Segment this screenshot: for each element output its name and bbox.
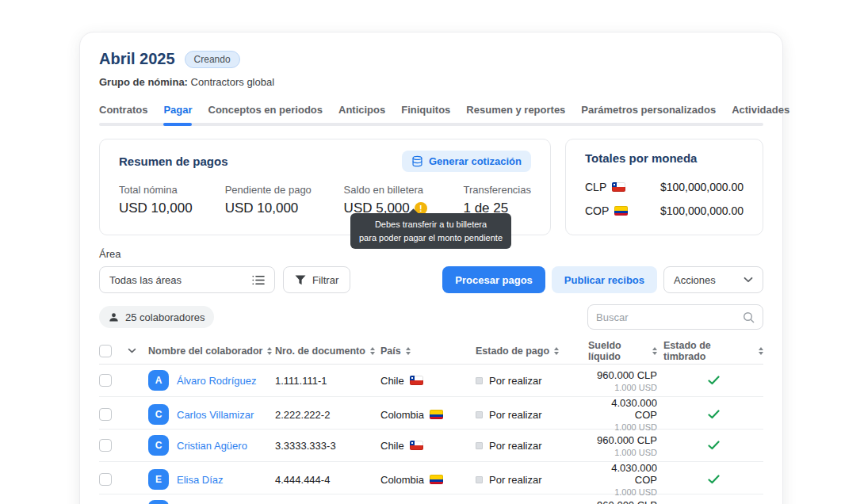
person-icon bbox=[109, 312, 119, 323]
country-cell: Colombia bbox=[380, 474, 476, 486]
net-salary-usd: 1.000 USD bbox=[588, 448, 657, 457]
tooltip-line-1: Debes transferir a tu billetera bbox=[359, 218, 503, 231]
currency-row-cop: COP$100,000,000.00 bbox=[585, 199, 744, 223]
payroll-group-label: Grupo de nómina: bbox=[99, 76, 188, 88]
col-header-pais[interactable]: País bbox=[380, 346, 476, 357]
sort-icon bbox=[406, 347, 411, 355]
flag-cl-icon bbox=[612, 182, 625, 192]
currency-row-clp: CLP$100,000,000.00 bbox=[585, 175, 744, 199]
payment-status: Por realizar bbox=[476, 375, 588, 387]
col-header-sueldo-liquido[interactable]: Sueldo líquido bbox=[588, 340, 663, 362]
collaborators-chip[interactable]: 25 colaboradores bbox=[99, 306, 214, 328]
col-header-nro-de-documento[interactable]: Nro. de documento bbox=[275, 346, 380, 357]
table-row: EElisa Díaz4.444.444-4ColombiaPor realiz… bbox=[99, 462, 763, 494]
col-header-estado-de-timbrado[interactable]: Estado de timbrado bbox=[663, 340, 763, 362]
table-header: Nombre del colaboradorNro. de documentoP… bbox=[99, 338, 763, 365]
bulk-actions: Procesar pagos Publicar recibos Acciones bbox=[442, 266, 763, 293]
row-checkbox[interactable] bbox=[99, 374, 112, 387]
net-salary-local: 960.000 CLP bbox=[588, 499, 657, 504]
tab-pagar[interactable]: Pagar bbox=[163, 104, 192, 116]
net-salary-usd: 1.000 USD bbox=[588, 487, 657, 497]
app-viewport: Abril 2025 Creando Grupo de nómina: Cont… bbox=[0, 0, 864, 504]
tab-finiquitos[interactable]: Finiquitos bbox=[401, 104, 450, 116]
avatar: F bbox=[148, 500, 169, 504]
payroll-group-subtitle: Grupo de nómina: Contractors global bbox=[99, 76, 763, 88]
row-checkbox[interactable] bbox=[99, 408, 112, 421]
filter-button-label: Filtrar bbox=[312, 274, 338, 286]
col-header-label: Estado de timbrado bbox=[663, 340, 754, 362]
stat-value: USD 10,000 bbox=[119, 200, 225, 216]
actions-select[interactable]: Acciones bbox=[663, 266, 763, 293]
net-salary-local: 960.000 CLP bbox=[588, 434, 657, 446]
publish-receipts-button[interactable]: Publicar recibos bbox=[552, 266, 657, 293]
currency-amount: $100,000,000.00 bbox=[660, 181, 744, 193]
stat-pendiente-de-pago: Pendiente de pagoUSD 10,000 bbox=[225, 184, 344, 216]
tab-conceptos-en-periodos[interactable]: Conceptos en periodos bbox=[208, 104, 323, 116]
area-select[interactable]: Todas las áreas bbox=[99, 266, 275, 293]
country-cell: Chile bbox=[380, 375, 476, 387]
filter-button[interactable]: Filtrar bbox=[283, 266, 350, 293]
collaborator-name-link[interactable]: Álvaro Rodríguez bbox=[177, 375, 256, 387]
search-input[interactable] bbox=[596, 311, 743, 323]
tab-parametros-personalizados[interactable]: Parámetros personalizados bbox=[581, 104, 716, 116]
payroll-group-value: Contractors global bbox=[191, 76, 275, 88]
net-salary: 4.030.000 COP1.000 USD bbox=[588, 462, 663, 497]
collaborator-name-link[interactable]: Carlos Villamizar bbox=[177, 409, 254, 421]
coins-icon bbox=[411, 155, 423, 167]
net-salary: 960.000 CLP1.000 USD bbox=[588, 499, 663, 504]
currency-totals-card: Totales por moneda CLP$100,000,000.00COP… bbox=[565, 139, 763, 235]
collaborator-name-link[interactable]: Elisa Díaz bbox=[177, 474, 224, 486]
expand-chevron-icon[interactable] bbox=[128, 348, 136, 353]
document-number: 3.3333.333-3 bbox=[275, 440, 380, 452]
actions-select-label: Acciones bbox=[674, 274, 716, 286]
stat-label: Saldo en billetera bbox=[344, 184, 464, 196]
tab-actividades[interactable]: Actividades bbox=[732, 104, 789, 116]
tab-active-indicator bbox=[163, 123, 192, 126]
summary-stats: Total nóminaUSD 10,000Pendiente de pagoU… bbox=[119, 184, 531, 216]
payment-summary-title: Resumen de pagos bbox=[119, 155, 228, 168]
payment-status: Por realizar bbox=[476, 474, 588, 486]
col-header-label: País bbox=[380, 346, 401, 357]
area-label: Área bbox=[99, 248, 763, 260]
process-payments-button[interactable]: Procesar pagos bbox=[442, 266, 545, 293]
tab-contratos[interactable]: Contratos bbox=[99, 104, 147, 116]
net-salary-usd: 1.000 USD bbox=[588, 422, 657, 432]
check-icon bbox=[708, 410, 720, 419]
payment-status: Por realizar bbox=[476, 409, 588, 421]
generate-quote-button[interactable]: Generar cotización bbox=[402, 151, 531, 172]
stat-value: USD 10,000 bbox=[225, 200, 344, 216]
select-all-checkbox[interactable] bbox=[99, 345, 112, 357]
col-header-label: Estado de pago bbox=[476, 346, 549, 357]
status-square-icon bbox=[476, 476, 483, 483]
sort-icon bbox=[370, 347, 375, 355]
sort-icon bbox=[652, 347, 657, 355]
country-cell: Colombia bbox=[380, 409, 476, 421]
row-checkbox[interactable] bbox=[99, 439, 112, 452]
col-header-estado-de-pago[interactable]: Estado de pago bbox=[476, 346, 588, 357]
stamp-status bbox=[663, 376, 763, 385]
net-salary-local: 960.000 CLP bbox=[588, 369, 657, 381]
table-toolbar: 25 colaboradores bbox=[99, 304, 763, 330]
status-square-icon bbox=[476, 377, 483, 384]
status-square-icon bbox=[476, 411, 483, 418]
tab-anticipos[interactable]: Anticipos bbox=[338, 104, 385, 116]
col-header-label: Nombre del colaborador bbox=[148, 346, 262, 357]
table-row: FFelipe López5.555.555-5ChilePor realiza… bbox=[99, 494, 763, 504]
stat-total-nomina: Total nóminaUSD 10,000 bbox=[119, 184, 225, 216]
stat-label: Pendiente de pago bbox=[225, 184, 344, 196]
tab-resumen-y-reportes[interactable]: Resumen y reportes bbox=[466, 104, 565, 116]
stat-label: Transferencias bbox=[463, 184, 531, 196]
area-select-value: Todas las áreas bbox=[109, 274, 182, 286]
col-header-nombre-del-colaborador[interactable]: Nombre del colaborador bbox=[148, 346, 275, 357]
search-icon bbox=[743, 311, 755, 323]
avatar: A bbox=[148, 370, 169, 391]
status-square-icon bbox=[476, 442, 483, 449]
document-number: 1.111.111-1 bbox=[275, 375, 380, 387]
collaborator-name-link[interactable]: Cristian Agüero bbox=[177, 440, 247, 452]
currency-totals-title: Totales por moneda bbox=[585, 151, 744, 165]
avatar: C bbox=[148, 404, 169, 425]
summary-section: Resumen de pagos Generar cotización Tota… bbox=[99, 139, 763, 235]
page-header: Abril 2025 Creando bbox=[99, 50, 763, 68]
document-number: 2.222.222-2 bbox=[275, 409, 380, 421]
row-checkbox[interactable] bbox=[99, 473, 112, 486]
